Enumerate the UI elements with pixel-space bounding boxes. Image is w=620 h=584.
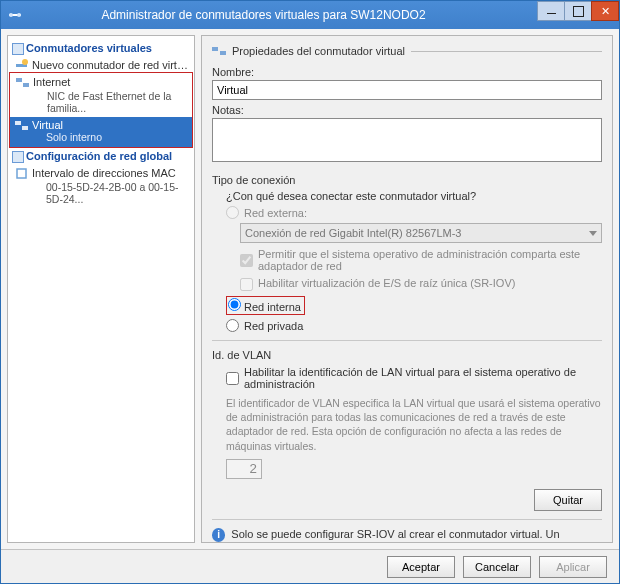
svg-rect-5 bbox=[16, 78, 22, 82]
radio-internal-label: Red interna bbox=[244, 301, 301, 313]
tree-label: Nuevo conmutador de red virtual bbox=[32, 59, 192, 71]
vswitch-manager-window: Administrador de conmutadores virtuales … bbox=[0, 0, 620, 584]
radio-private[interactable] bbox=[226, 319, 239, 332]
info-icon: i bbox=[212, 528, 225, 542]
name-input[interactable] bbox=[212, 80, 602, 100]
svg-rect-9 bbox=[17, 169, 26, 178]
radio-private-label: Red privada bbox=[244, 320, 303, 332]
switch-icon bbox=[16, 76, 29, 89]
window-title: Administrador de conmutadores virtuales … bbox=[0, 8, 538, 22]
left-tree[interactable]: Conmutadores virtuales Nuevo conmutador … bbox=[7, 35, 195, 543]
radio-external[interactable] bbox=[226, 206, 239, 219]
tree-sub-internet: NIC de Fast Ethernet de la familia... bbox=[11, 90, 191, 116]
share-adapter-checkbox bbox=[240, 249, 253, 272]
close-button[interactable] bbox=[591, 1, 619, 21]
maximize-button[interactable] bbox=[564, 1, 592, 21]
tree-label: Intervalo de direcciones MAC bbox=[32, 167, 176, 179]
remove-button[interactable]: Quitar bbox=[534, 489, 602, 511]
info-text: Solo se puede configurar SR-IOV al crear… bbox=[231, 528, 602, 543]
divider bbox=[411, 51, 602, 52]
properties-panel: Propiedades del conmutador virtual Nombr… bbox=[201, 35, 613, 543]
divider bbox=[212, 340, 602, 341]
radio-external-row[interactable]: Red externa: bbox=[226, 206, 602, 219]
titlebar[interactable]: Administrador de conmutadores virtuales … bbox=[1, 1, 619, 29]
dialog-footer: Aceptar Cancelar Aplicar bbox=[1, 549, 619, 583]
divider bbox=[212, 519, 602, 520]
switch-icon bbox=[15, 119, 28, 132]
new-switch-icon bbox=[15, 59, 28, 72]
ok-button[interactable]: Aceptar bbox=[387, 556, 455, 578]
vlan-header: Id. de VLAN bbox=[212, 349, 602, 361]
conn-type-label: Tipo de conexión bbox=[212, 174, 602, 186]
vlan-enable-checkbox[interactable] bbox=[226, 367, 239, 390]
combo-value: Conexión de red Gigabit Intel(R) 82567LM… bbox=[245, 227, 461, 239]
tree-item-virtual[interactable]: Virtual Solo interno bbox=[10, 117, 192, 147]
tree-label: Internet bbox=[33, 76, 70, 88]
svg-rect-10 bbox=[212, 47, 218, 51]
conn-prompt: ¿Con qué desea conectar este conmutador … bbox=[226, 190, 602, 202]
sriov-checkbox bbox=[240, 278, 253, 291]
tree-section-virtual-switches[interactable]: Conmutadores virtuales bbox=[10, 39, 192, 57]
switch-props-icon bbox=[212, 44, 226, 58]
svg-rect-6 bbox=[23, 83, 29, 87]
radio-private-row[interactable]: Red privada bbox=[226, 319, 602, 332]
radio-external-label: Red externa: bbox=[244, 207, 307, 219]
tree-sub-mac: 00-15-5D-24-2B-00 a 00-15-5D-24... bbox=[10, 181, 192, 207]
name-label: Nombre: bbox=[212, 66, 602, 78]
notes-label: Notas: bbox=[212, 104, 602, 116]
notes-input[interactable] bbox=[212, 118, 602, 162]
svg-rect-7 bbox=[15, 121, 21, 125]
apply-button[interactable]: Aplicar bbox=[539, 556, 607, 578]
cancel-button[interactable]: Cancelar bbox=[463, 556, 531, 578]
radio-internal-row[interactable]: Red interna bbox=[226, 296, 602, 315]
panel-header: Propiedades del conmutador virtual bbox=[232, 45, 405, 57]
tree-item-mac-range[interactable]: Intervalo de direcciones MAC bbox=[10, 165, 192, 181]
minimize-button[interactable] bbox=[537, 1, 565, 21]
svg-rect-11 bbox=[220, 51, 226, 55]
radio-internal[interactable] bbox=[228, 298, 241, 311]
vlan-help-text: El identificador de VLAN especifica la L… bbox=[226, 396, 602, 453]
sriov-label: Habilitar virtualización de E/S de raíz … bbox=[258, 277, 515, 291]
vlan-enable-label: Habilitar la identificación de LAN virtu… bbox=[244, 366, 602, 390]
share-adapter-label: Permitir que el sistema operativo de adm… bbox=[258, 248, 602, 272]
tree-item-new-switch[interactable]: Nuevo conmutador de red virtual bbox=[10, 57, 192, 73]
svg-rect-8 bbox=[22, 126, 28, 130]
vlan-id-input bbox=[226, 459, 262, 479]
tree-section-global[interactable]: Configuración de red global bbox=[10, 147, 192, 165]
external-adapter-combo: Conexión de red Gigabit Intel(R) 82567LM… bbox=[240, 223, 602, 243]
tree-item-internet[interactable]: Internet bbox=[11, 74, 191, 90]
mac-icon bbox=[15, 167, 28, 180]
svg-point-4 bbox=[22, 59, 28, 65]
tree-sub-virtual: Solo interno bbox=[32, 131, 190, 145]
tree-label: Virtual bbox=[32, 119, 63, 131]
